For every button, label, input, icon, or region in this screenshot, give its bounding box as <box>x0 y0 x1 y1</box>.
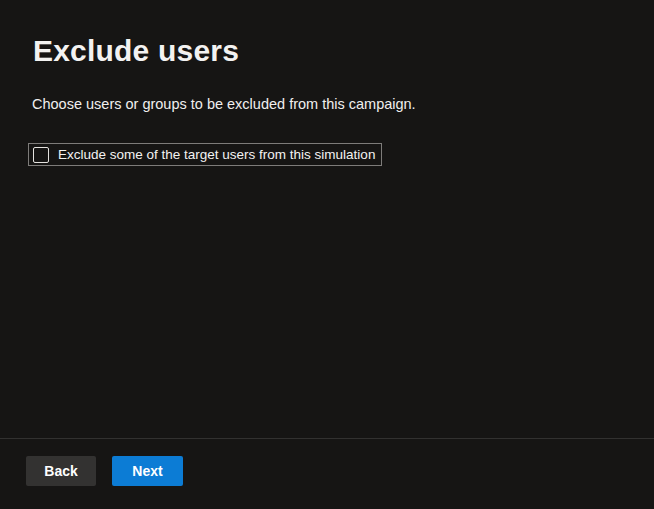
page-description: Choose users or groups to be excluded fr… <box>32 96 416 112</box>
page-title: Exclude users <box>33 34 239 68</box>
exclude-users-checkbox[interactable] <box>33 147 49 163</box>
exclude-users-step: Exclude users Choose users or groups to … <box>0 0 654 509</box>
wizard-footer: Back Next <box>0 438 654 509</box>
back-button[interactable]: Back <box>26 456 96 486</box>
exclude-users-checkbox-group[interactable]: Exclude some of the target users from th… <box>28 143 382 166</box>
exclude-users-checkbox-label: Exclude some of the target users from th… <box>58 144 375 165</box>
next-button[interactable]: Next <box>112 456 183 486</box>
